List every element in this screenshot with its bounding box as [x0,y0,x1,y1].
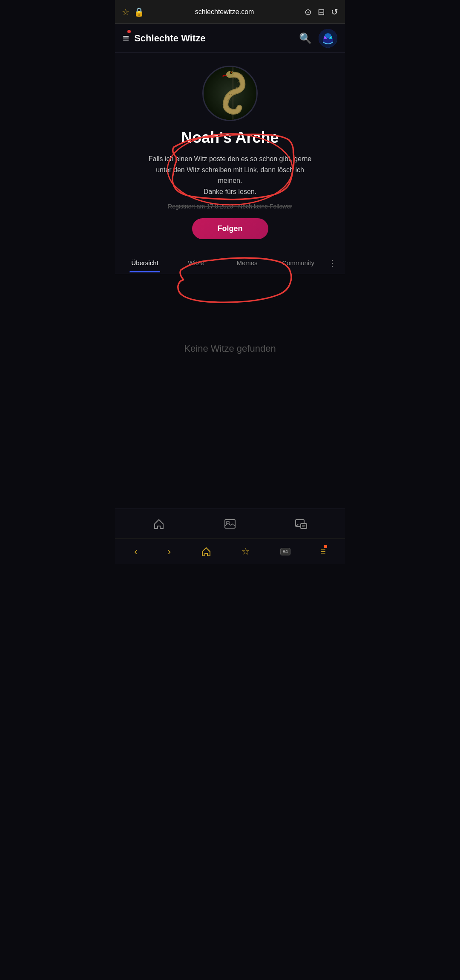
more-tabs-button[interactable]: ⋮ [324,252,341,274]
back-button[interactable]: ‹ [134,546,138,558]
profile-avatar [202,66,258,121]
tabs-container: Übersicht Witze Memes Community ⋮ [115,252,345,274]
svg-point-5 [325,37,326,38]
svg-point-12 [231,72,232,72]
tab-community[interactable]: Community [273,253,324,272]
user-avatar[interactable] [319,29,337,48]
star-icon[interactable]: ☆ [122,7,129,17]
forward-button[interactable]: › [167,546,171,558]
follow-button[interactable]: Folgen [192,218,268,239]
tabs-icon[interactable]: ⊟ [318,7,325,17]
profile-bio: Falls ich einen Witz poste den es so sch… [144,153,316,197]
content-area: Keine Witze gefunden [115,274,345,423]
empty-content-message: Keine Witze gefunden [175,318,284,380]
empty-space [115,423,345,509]
system-nav: ‹ › ☆ 84 ≡ [115,538,345,564]
menu-dots-button[interactable]: ≡ [320,546,326,557]
svg-point-6 [330,37,331,38]
url-bar[interactable]: schlechtewitze.com [144,8,305,16]
home-button[interactable] [201,546,212,557]
nav-gallery[interactable] [224,517,236,530]
bottom-nav [115,509,345,538]
profile-section: Noah's Arche Falls ich einen Witz poste … [115,53,345,252]
tab-witze[interactable]: Witze [170,253,221,272]
profile-name: Noah's Arche [181,129,279,147]
nav-messages[interactable] [295,517,308,530]
lock-icon: 🔒 [134,7,144,17]
menu-button[interactable]: ≡ [123,32,129,45]
nav-home[interactable] [152,517,165,530]
tab-ubersicht[interactable]: Übersicht [119,253,170,272]
app-title: Schlechte Witze [134,33,205,44]
search-icon[interactable]: 🔍 [299,32,312,44]
bookmark-button[interactable]: ☆ [242,546,250,557]
browser-chrome: ☆ 🔒 schlechtewitze.com ⊙ ⊟ ↺ [115,0,345,24]
tabs-count-label: 84 [280,548,290,555]
profile-meta: Registriert am 17.8.2023 · Noch keine Fo… [168,203,292,210]
app-header: ≡ Schlechte Witze 🔍 [115,24,345,53]
svg-point-11 [230,71,233,74]
download-icon[interactable]: ⊙ [305,7,312,17]
refresh-icon[interactable]: ↺ [331,7,338,17]
tabs-counter[interactable]: 84 [280,548,290,555]
tab-memes[interactable]: Memes [221,253,273,272]
svg-rect-16 [301,523,307,529]
